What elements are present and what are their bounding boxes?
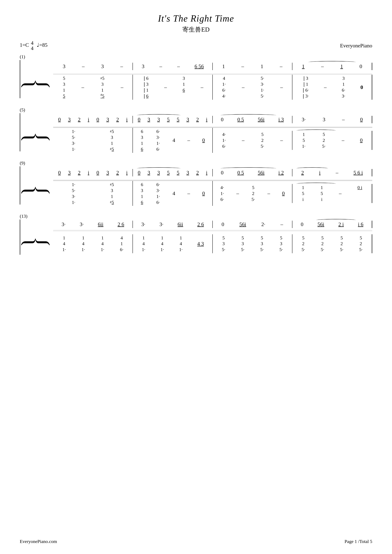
system-4-label: (13) <box>20 214 372 219</box>
note: 3· <box>80 221 84 227</box>
m5-treble: 0 3 2 i 0 3 2 i <box>53 116 133 123</box>
stave-measures-3: 0 3 2 i 0 3 2 i 0 3 3 <box>53 166 372 205</box>
note: 1 <box>222 63 225 69</box>
chord: 1 4 1· <box>179 235 182 253</box>
chord: 5 2 5· <box>261 132 264 149</box>
note: 56i <box>258 170 265 176</box>
system-3: (9) ︷ 0 3 2 i 0 3 2 i <box>20 160 372 205</box>
chord: 1 5 i <box>321 185 323 202</box>
chord: 1 4 1· <box>101 235 104 253</box>
note: 2 <box>116 117 119 123</box>
chord: 4· 1· 6· <box>222 132 226 149</box>
dash: – <box>164 84 167 90</box>
note: 0 <box>221 117 224 123</box>
brace-3: ︷ <box>20 166 53 205</box>
note: 5 <box>167 117 170 123</box>
chord: 5 2 5· <box>252 185 255 202</box>
chord: 5 2 5· <box>302 235 305 253</box>
chord: 6· 3· 1· 6· <box>156 182 160 205</box>
bass-line-4: 1 4 1· 1 4 1· 1 4 1· <box>53 232 372 255</box>
note: 0 <box>138 117 140 123</box>
m1-bass: 5 3 1 5 – #5 3 1 #5 – <box>53 75 133 100</box>
note: 0 <box>360 63 362 69</box>
chord: 5 3 5· <box>260 235 264 253</box>
note: 0 <box>360 84 363 90</box>
chord: 5 2 5· <box>359 235 363 253</box>
chord: #5 3 1 #5 <box>100 75 104 99</box>
note: 4 3 <box>197 241 204 247</box>
note-group: 6 56 <box>195 63 204 69</box>
note: 2 <box>78 117 81 123</box>
note: 3 <box>68 117 71 123</box>
system-2: (5) ︷ 0 3 2 i 0 3 2 i <box>20 107 372 151</box>
system-4: (13) ︷ 3· 3· 6ii 2 6 3· 3· <box>20 214 372 255</box>
note: 5 6 i <box>353 170 363 176</box>
note: 3· <box>141 221 145 227</box>
note: i <box>206 170 207 176</box>
dash: – <box>267 190 270 196</box>
chord: 4· 1· 6· <box>220 185 224 202</box>
note: – <box>241 63 244 69</box>
treble-line-3: 0 3 2 i 0 3 2 i 0 3 3 <box>53 166 372 180</box>
note: 4 <box>173 190 175 196</box>
m1-treble: 3 – 3 – <box>53 63 133 70</box>
note: 3 <box>147 170 150 176</box>
chord: 5 3 5· <box>279 235 283 253</box>
note: 2 <box>116 170 119 176</box>
note: 3 <box>68 170 71 176</box>
chord: 1· 5· 3· 1· <box>72 129 75 152</box>
brace-2: ︷ <box>20 113 53 151</box>
bass-line-1: 5 3 1 5 – #5 3 1 #5 – <box>53 75 372 98</box>
treble-line-1: 3 – 3 – 3 – – 6 56 <box>53 60 372 74</box>
bass-line-3: 1· 5· 3· 1· #5 3 1 #5 <box>53 181 372 205</box>
chord: 1 4 1· <box>63 235 66 253</box>
treble-line-4: 3· 3· 6ii 2 6 3· 3· 6ii 2 6 0 <box>53 220 372 230</box>
note: 2 <box>196 117 199 123</box>
m5-bass: 1· 5· 3· 1· #5 3 1 #5 <box>53 128 133 153</box>
m3-bass: 4 1· 6· 4· – 5· 3· 1· 5· – <box>213 75 292 100</box>
chord: 1 4 1· <box>82 235 85 253</box>
note: 0 <box>222 221 224 227</box>
note: 0 <box>202 190 205 196</box>
note: 3 <box>106 170 109 176</box>
dash: – <box>280 84 283 90</box>
note: 56i <box>239 221 246 227</box>
note: 2 <box>301 170 304 176</box>
m13-bass: 1 4 1· 1 4 1· 1 4 1· <box>53 234 133 253</box>
dash: – <box>242 84 245 90</box>
title-section: It's The Right Time 寄生兽ED <box>20 13 372 34</box>
chord: ❘3 ❘1 ❘6· ❘3· <box>301 75 309 99</box>
note: 0 5 <box>238 117 244 123</box>
dash: – <box>187 190 190 196</box>
m8-treble: 3· 3 – 0 <box>292 116 372 123</box>
dash: – <box>324 84 327 90</box>
watermark: EveryonePiano <box>340 43 372 49</box>
note: 56i <box>318 221 324 227</box>
chord: 1 5 1· <box>302 132 305 149</box>
note: 2 6 <box>197 221 204 227</box>
footer: EveryonePiano.com Page 1 /Total 5 <box>20 539 372 544</box>
brace-1: ︷ <box>20 60 53 98</box>
m15-bass: 5 3 5· 5 3 5· 5 3 5· <box>213 234 292 253</box>
stave-block-3: ︷ 0 3 2 i 0 3 2 i <box>20 166 372 205</box>
m4-treble: 1 – 1 0 <box>292 63 372 70</box>
stave-measures-2: 0 3 2 i 0 3 2 i 0 3 3 <box>53 113 372 151</box>
note: 3 <box>187 117 189 123</box>
m2-treble: 3 – – 6 56 <box>133 63 213 70</box>
m15-treble: 0 56i 2· – <box>213 221 292 228</box>
m3-treble: 1 – 1 – <box>213 63 292 70</box>
note: 2 6 <box>118 221 124 227</box>
m10-treble: 0 3 3 5 5 3 2 i <box>133 169 213 176</box>
m11-bass: 4· 1· 6· – 5 2 5· – 0 <box>213 184 292 203</box>
key-tempo: 1=C 44 ♩=85 <box>20 40 47 51</box>
note: 3 <box>187 170 189 176</box>
note: i 2 <box>278 170 284 176</box>
system-3-label: (9) <box>20 160 372 166</box>
note: 3 <box>157 117 160 123</box>
note: 2· <box>261 221 265 227</box>
main-title: It's The Right Time <box>20 13 372 24</box>
stave-block-4: ︷ 3· 3· 6ii 2 6 3· 3· 6ii <box>20 220 372 255</box>
m16-treble: 0 56i 2 i i 6 <box>292 221 372 228</box>
note: 1 <box>340 63 343 69</box>
chord: 4 1 6· <box>120 235 123 253</box>
